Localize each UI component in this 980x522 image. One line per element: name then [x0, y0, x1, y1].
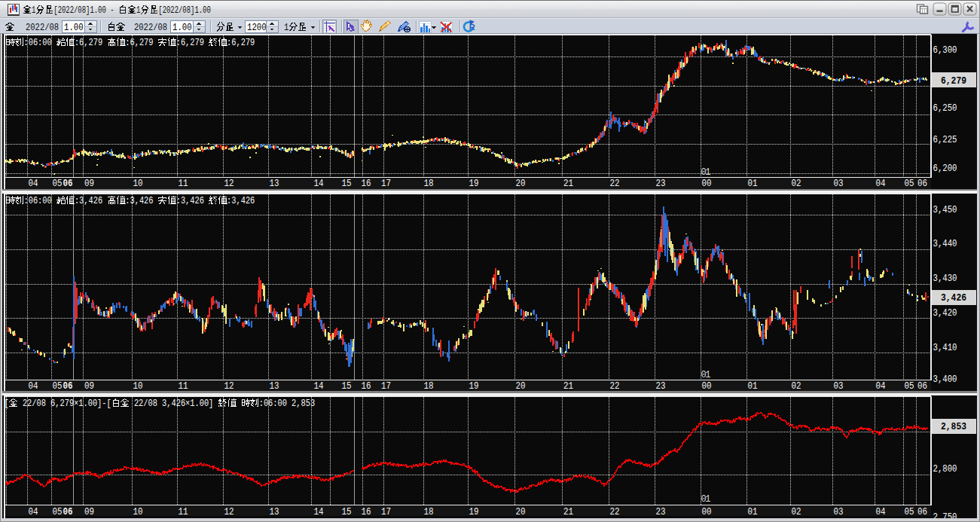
svg-text:04: 04 — [29, 179, 38, 189]
svg-text::6,279: :6,279 — [75, 38, 102, 48]
svg-text:14: 14 — [314, 507, 324, 517]
svg-text:3,440: 3,440 — [933, 239, 957, 249]
svg-text:17: 17 — [381, 381, 391, 392]
svg-text:02: 02 — [792, 507, 801, 517]
svg-text:6,300: 6,300 — [933, 45, 957, 56]
svg-text:16: 16 — [362, 179, 371, 189]
svg-text:-: - — [110, 5, 114, 16]
svg-text:3,426: 3,426 — [941, 293, 966, 304]
svg-text:11: 11 — [179, 507, 188, 517]
svg-text:22/08: 22/08 — [23, 398, 46, 409]
svg-text:02: 02 — [792, 381, 801, 392]
svg-text:18: 18 — [424, 507, 434, 517]
svg-text:03: 03 — [834, 507, 844, 517]
svg-text:10: 10 — [133, 179, 143, 189]
svg-text:15: 15 — [342, 381, 352, 392]
svg-text:2022/08: 2022/08 — [26, 23, 59, 33]
svg-text:04: 04 — [29, 507, 38, 517]
svg-text:05: 05 — [53, 381, 63, 392]
svg-text:09: 09 — [84, 507, 94, 517]
svg-text:13: 13 — [270, 179, 279, 189]
svg-text:12: 12 — [224, 179, 234, 189]
svg-text:22: 22 — [610, 179, 620, 189]
svg-text:06: 06 — [917, 507, 927, 517]
svg-text:3,410: 3,410 — [933, 343, 957, 353]
svg-text:3,400: 3,400 — [933, 374, 957, 385]
svg-text:20: 20 — [516, 179, 526, 189]
svg-text:04: 04 — [876, 179, 886, 189]
svg-text:1.00: 1.00 — [172, 23, 192, 33]
svg-text::3,426: :3,426 — [75, 196, 102, 206]
svg-text:02: 02 — [792, 179, 801, 189]
svg-text:6,279×1.00]-[: 6,279×1.00]-[ — [50, 398, 111, 409]
svg-text:23: 23 — [656, 381, 666, 392]
svg-text:01: 01 — [748, 179, 758, 189]
svg-text:01: 01 — [748, 381, 758, 392]
svg-text:11: 11 — [179, 179, 188, 189]
svg-text:14: 14 — [314, 179, 324, 189]
svg-text:6,200: 6,200 — [933, 163, 957, 174]
svg-text:11: 11 — [179, 381, 188, 392]
svg-text:06: 06 — [63, 381, 73, 392]
svg-text:10: 10 — [133, 381, 143, 392]
svg-text:01: 01 — [701, 370, 711, 380]
svg-text:06: 06 — [917, 179, 927, 189]
svg-text:1: 1 — [136, 5, 140, 16]
svg-text:05: 05 — [905, 507, 914, 517]
svg-text:3,450: 3,450 — [933, 205, 957, 215]
svg-text:20: 20 — [516, 507, 526, 517]
svg-text:1: 1 — [32, 5, 35, 16]
svg-text::6,279: :6,279 — [227, 38, 255, 48]
svg-text:00: 00 — [702, 179, 712, 189]
svg-text:05: 05 — [905, 381, 914, 392]
svg-text:3,430: 3,430 — [933, 273, 957, 284]
svg-text:05: 05 — [53, 179, 63, 189]
svg-text:2,853: 2,853 — [292, 398, 315, 409]
svg-text:19: 19 — [469, 381, 479, 392]
svg-text:22: 22 — [610, 381, 620, 392]
svg-text:06: 06 — [917, 381, 927, 392]
svg-text::6,279: :6,279 — [176, 38, 204, 48]
svg-text::06:00: :06:00 — [24, 196, 52, 206]
svg-text:04: 04 — [876, 381, 886, 392]
svg-text:04: 04 — [876, 507, 886, 517]
svg-text:2,853: 2,853 — [941, 422, 966, 432]
svg-text:19: 19 — [469, 179, 479, 189]
svg-text:17: 17 — [381, 179, 391, 189]
svg-text:15: 15 — [342, 507, 352, 517]
svg-text:1.00: 1.00 — [64, 23, 84, 33]
svg-text:6,225: 6,225 — [933, 135, 957, 145]
svg-text:3,426×1.00]: 3,426×1.00] — [162, 398, 213, 409]
svg-text:22/08: 22/08 — [134, 398, 157, 409]
svg-text:23: 23 — [656, 179, 666, 189]
svg-text:15: 15 — [342, 179, 352, 189]
svg-text:12: 12 — [224, 507, 234, 517]
svg-text:18: 18 — [424, 381, 434, 392]
svg-text:1: 1 — [284, 23, 289, 33]
svg-text:[2022/08]1.00: [2022/08]1.00 — [53, 5, 106, 16]
svg-text:04: 04 — [29, 381, 38, 392]
svg-text:00: 00 — [702, 507, 712, 517]
svg-text:3,420: 3,420 — [933, 308, 957, 319]
svg-text:05: 05 — [53, 507, 63, 517]
svg-text:22: 22 — [610, 507, 620, 517]
svg-text:09: 09 — [84, 179, 94, 189]
svg-text::3,426: :3,426 — [176, 196, 204, 206]
svg-text:21: 21 — [563, 179, 573, 189]
svg-text::6,279: :6,279 — [125, 38, 153, 48]
svg-text:14: 14 — [314, 381, 324, 392]
svg-text:13: 13 — [270, 381, 279, 392]
svg-text:03: 03 — [834, 179, 844, 189]
svg-text:1200: 1200 — [247, 23, 267, 33]
svg-text:[2022/08]1.00: [2022/08]1.00 — [158, 5, 210, 16]
svg-text:2022/08: 2022/08 — [134, 23, 167, 33]
svg-text:09: 09 — [84, 381, 94, 392]
svg-text:2,800: 2,800 — [933, 464, 957, 475]
svg-text:01: 01 — [748, 507, 758, 517]
svg-text:19: 19 — [469, 507, 479, 517]
svg-text:00: 00 — [702, 381, 712, 392]
svg-text::06:00: :06:00 — [24, 38, 52, 48]
svg-text:10: 10 — [133, 507, 143, 517]
svg-text:03: 03 — [834, 381, 844, 392]
svg-text::3,426: :3,426 — [227, 196, 255, 206]
